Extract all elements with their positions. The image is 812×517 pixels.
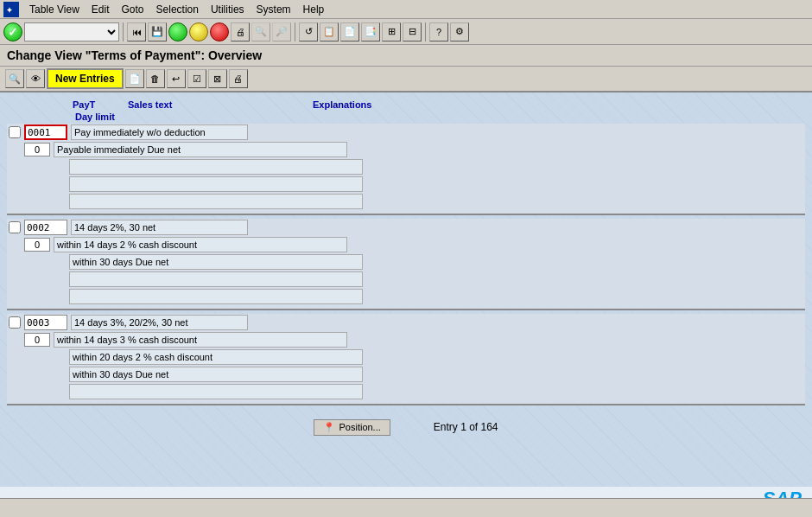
main-toolbar: ✓ ⏮ 💾 🖨 🔍 🔎 ↺ 📋 📄 📑 ⊞ ⊟ ? ⚙	[0, 19, 812, 45]
mode2-icon[interactable]: 📑	[361, 22, 380, 41]
new-session-icon[interactable]: 📋	[320, 22, 339, 41]
content-area: PayT Sales text Explanations Day limit	[0, 93, 812, 487]
entry-row-0001-explain3	[7, 176, 805, 193]
menu-goto[interactable]: Goto	[117, 3, 149, 16]
new-entries-button[interactable]: New Entries	[47, 68, 124, 89]
cancel-icon[interactable]	[210, 22, 229, 41]
explain-0001-4[interactable]	[69, 194, 363, 209]
col-salestext-header: Sales text	[128, 99, 309, 110]
day-limit-0002[interactable]	[24, 238, 50, 252]
status-bar	[0, 498, 812, 517]
print-icon[interactable]: 🖨	[231, 22, 250, 41]
help-icon[interactable]: ?	[429, 22, 448, 41]
menu-edit[interactable]: Edit	[86, 3, 115, 16]
separator-3	[425, 22, 426, 41]
refresh-icon[interactable]: ↺	[299, 22, 318, 41]
explain-0002-1[interactable]	[54, 237, 347, 252]
day-limit-0001[interactable]	[24, 143, 50, 156]
entry-row-0003-explain1	[7, 331, 805, 348]
col-explanations-header: Explanations	[313, 99, 371, 110]
back-icon[interactable]	[189, 22, 208, 41]
first-page-icon[interactable]: ⏮	[127, 22, 146, 41]
menu-bar: ✦ Table View Edit Goto Selection Utiliti…	[0, 0, 812, 19]
explain-0003-4[interactable]	[69, 384, 363, 399]
entry-row-0003-explain4	[7, 383, 805, 400]
entry-count: Entry 1 of 164	[434, 421, 498, 433]
explain-0002-4[interactable]	[69, 289, 363, 304]
entry-row-0002-explain4	[7, 288, 805, 305]
title-bar: Change View "Terms of Payment": Overview	[0, 45, 812, 67]
find-next-icon: 🔎	[272, 22, 291, 41]
explain-0001-1[interactable]	[54, 142, 347, 157]
find-icon: 🔍	[251, 22, 270, 41]
menu-system[interactable]: System	[251, 3, 296, 16]
table-header: PayT Sales text Explanations	[7, 99, 805, 110]
position-label: Position...	[339, 422, 380, 432]
entry-row-0001-main	[7, 124, 805, 141]
entry-row-0002-explain3	[7, 271, 805, 288]
entry-row-0001-explain1	[7, 141, 805, 158]
explain-0003-1[interactable]	[54, 332, 347, 348]
entry-row-0002-explain2	[7, 253, 805, 271]
menu-help[interactable]: Help	[298, 3, 330, 16]
entry-code-0003[interactable]	[24, 315, 67, 330]
display-icon[interactable]: 👁	[26, 69, 45, 88]
entry-block-0003	[7, 314, 805, 405]
entry-row-0002-explain1	[7, 236, 805, 253]
explain-0001-2[interactable]	[69, 159, 363, 175]
explain-0001-3[interactable]	[69, 176, 363, 192]
col-payt-header: PayT	[73, 99, 124, 110]
col-daylimit-header: Day limit	[75, 112, 115, 122]
explain-0002-2[interactable]	[69, 254, 363, 270]
layout2-icon[interactable]: ⊟	[403, 22, 422, 41]
save-icon[interactable]: 💾	[148, 22, 167, 41]
position-button[interactable]: 📍 Position...	[314, 419, 390, 436]
sales-text-0003[interactable]	[71, 315, 248, 330]
menu-table-view[interactable]: Table View	[24, 3, 85, 16]
sales-text-0002[interactable]	[71, 220, 248, 235]
entry-checkbox-0002[interactable]	[9, 221, 21, 233]
settings-icon[interactable]: ⚙	[450, 22, 469, 41]
separator-2	[295, 22, 295, 41]
menu-selection[interactable]: Selection	[151, 3, 204, 16]
undo-icon[interactable]: ↩	[167, 69, 186, 88]
select-all-icon[interactable]: ☑	[187, 69, 206, 88]
entry-code-0002[interactable]	[24, 220, 67, 235]
deselect-icon[interactable]: ⊠	[208, 69, 227, 88]
sales-text-0001[interactable]	[71, 124, 248, 140]
action-toolbar: 🔍 👁 New Entries 📄 🗑 ↩ ☑ ⊠ 🖨	[0, 67, 812, 93]
entry-block-0002	[7, 219, 805, 310]
entry-row-0001-explain2	[7, 158, 805, 176]
separator-1	[123, 22, 124, 41]
daylimit-header-row: Day limit	[7, 112, 805, 122]
page-title: Change View "Terms of Payment": Overview	[7, 48, 262, 62]
svg-text:✦: ✦	[6, 6, 13, 15]
mode-icon[interactable]: 📄	[340, 22, 359, 41]
entry-row-0003-main	[7, 314, 805, 331]
entry-checkbox-0003[interactable]	[9, 316, 21, 329]
print2-icon[interactable]: 🖨	[229, 69, 248, 88]
explain-0003-3[interactable]	[69, 367, 363, 382]
app-logo: ✦	[3, 2, 19, 17]
search-action-icon[interactable]: 🔍	[5, 69, 24, 88]
delete-icon[interactable]: 🗑	[146, 69, 165, 88]
status-indicator: ✓	[3, 22, 22, 41]
confirm-icon[interactable]	[168, 22, 187, 41]
explain-0002-3[interactable]	[69, 271, 363, 287]
entry-row-0003-explain2	[7, 348, 805, 366]
entry-code-0001[interactable]	[24, 124, 67, 140]
entry-row-0002-main	[7, 219, 805, 236]
position-icon: 📍	[323, 422, 335, 433]
entry-block-0001	[7, 124, 805, 215]
copy-icon[interactable]: 📄	[125, 69, 144, 88]
entry-checkbox-0001[interactable]	[9, 126, 21, 138]
command-field[interactable]	[24, 22, 119, 41]
day-limit-0003[interactable]	[24, 333, 50, 347]
entry-row-0001-explain4	[7, 193, 805, 210]
entry-row-0003-explain3	[7, 366, 805, 383]
menu-utilities[interactable]: Utilities	[206, 3, 250, 16]
explain-0003-2[interactable]	[69, 349, 363, 365]
layout-icon[interactable]: ⊞	[382, 22, 401, 41]
